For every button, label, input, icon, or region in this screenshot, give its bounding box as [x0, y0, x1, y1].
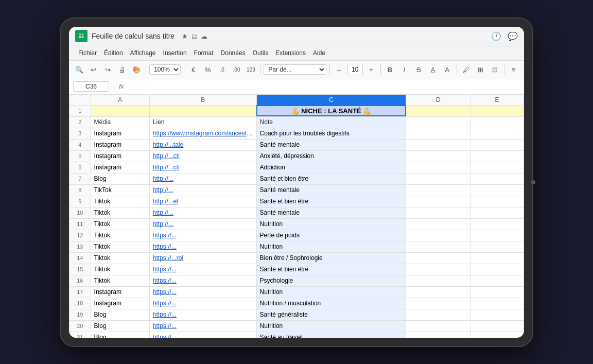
cell-b10[interactable]: http://... [149, 207, 256, 218]
cell-d11[interactable] [406, 218, 470, 230]
cell-d17[interactable] [406, 286, 470, 298]
cell-a4[interactable]: Instagram [91, 139, 149, 150]
cell-b19[interactable]: https://... [149, 309, 256, 320]
comment-icon[interactable]: 💬 [508, 31, 518, 41]
percent-btn[interactable]: % [202, 63, 214, 76]
col-header-c[interactable]: C [256, 94, 406, 105]
cell-c20[interactable]: Nutrition [256, 320, 406, 332]
borders-btn[interactable]: ⊞ [475, 63, 487, 76]
align-btn[interactable]: ≡ [508, 63, 520, 76]
cell-b13[interactable]: https://... [149, 241, 256, 252]
cell-b7[interactable]: http://... [149, 173, 256, 184]
cell-d8[interactable] [406, 184, 470, 196]
decimal-dec-btn[interactable]: .0 [216, 63, 229, 76]
cell-b14[interactable]: https://...rol [149, 252, 256, 264]
cell-b6[interactable]: http://...cti [149, 162, 256, 173]
col-header-a[interactable]: A [91, 94, 149, 105]
format-num-btn[interactable]: 123 [245, 63, 257, 76]
cell-a19[interactable]: Blog [91, 309, 149, 320]
menu-extensions[interactable]: Extensions [272, 48, 309, 58]
cell-a5[interactable]: Instagram [91, 150, 149, 162]
cloud-icon[interactable]: ☁ [201, 32, 207, 40]
cell-a17[interactable]: Instagram [91, 286, 149, 298]
menu-format[interactable]: Format [191, 48, 217, 58]
cell-e14[interactable] [470, 252, 524, 264]
formula-input[interactable] [128, 83, 520, 90]
cell-c7[interactable]: Santé et bien être [256, 173, 406, 184]
cell-c13[interactable]: Nutrition [256, 241, 406, 252]
cell-a11[interactable]: Tiktok [91, 218, 149, 230]
cell-a16[interactable]: Tiktok [91, 275, 149, 286]
cell-b4[interactable]: http://...tale [149, 139, 256, 150]
cell-b1[interactable] [149, 105, 256, 116]
cell-d7[interactable] [406, 173, 470, 184]
cell-a3[interactable]: Instagram [91, 128, 149, 139]
cell-a13[interactable]: Tiktok [91, 241, 149, 252]
cell-d5[interactable] [406, 150, 470, 162]
cell-d16[interactable] [406, 275, 470, 286]
merge-btn[interactable]: ⊡ [489, 63, 501, 76]
cell-b21[interactable]: https://... [149, 332, 256, 338]
cell-a15[interactable]: Tiktok [91, 264, 149, 275]
cell-e18[interactable] [470, 298, 524, 309]
cell-d20[interactable] [406, 320, 470, 332]
cell-b8[interactable]: http://... [149, 184, 256, 196]
cell-d14[interactable] [406, 252, 470, 264]
menu-affichage[interactable]: Affichage [127, 48, 159, 58]
font-family-select[interactable]: Par dé... Arial Times New Roman [264, 64, 326, 75]
cell-c6[interactable]: Addiction [256, 162, 406, 173]
cell-e6[interactable] [470, 162, 524, 173]
cell-b17[interactable]: https://... [149, 286, 256, 298]
zoom-select[interactable]: 100% 75% 50% 125% [149, 64, 181, 75]
cell-a6[interactable]: Instagram [91, 162, 149, 173]
cell-a7[interactable]: Blog [91, 173, 149, 184]
cell-b12[interactable]: https://... [149, 230, 256, 241]
decimal-inc-btn[interactable]: .00 [231, 63, 243, 76]
cell-a12[interactable]: Tiktok [91, 230, 149, 241]
cell-e13[interactable] [470, 241, 524, 252]
cell-d2[interactable] [406, 116, 470, 128]
cell-b16[interactable]: https://... [149, 275, 256, 286]
cell-e5[interactable] [470, 150, 524, 162]
cell-d12[interactable] [406, 230, 470, 241]
bold-btn[interactable]: B [384, 63, 396, 76]
cell-b18[interactable]: https://... [149, 298, 256, 309]
menu-aide[interactable]: Aide [310, 48, 328, 58]
cell-a21[interactable]: Blog [91, 332, 149, 338]
cell-e4[interactable] [470, 139, 524, 150]
cell-a2[interactable]: Média [91, 116, 149, 128]
cell-b9[interactable]: http://...el [149, 196, 256, 207]
spreadsheet-container[interactable]: A B C D E 1💪 NICHE : LA SANTÉ 💪2MédiaLie… [69, 94, 524, 338]
cell-c12[interactable]: Perte de poids [256, 230, 406, 241]
italic-btn[interactable]: I [398, 63, 410, 76]
cell-b20[interactable]: https://... [149, 320, 256, 332]
font-size-minus-btn[interactable]: – [333, 63, 345, 76]
cell-c17[interactable]: Nutrition [256, 286, 406, 298]
col-header-e[interactable]: E [470, 94, 524, 105]
col-header-d[interactable]: D [406, 94, 470, 105]
cell-e21[interactable] [470, 332, 524, 338]
cell-c2[interactable]: Note [256, 116, 406, 128]
cell-a1[interactable] [91, 105, 149, 116]
col-header-b[interactable]: B [149, 94, 256, 105]
cell-reference-input[interactable] [73, 81, 109, 92]
menu-donnees[interactable]: Données [218, 48, 249, 58]
cell-c15[interactable]: Santé et bien être [256, 264, 406, 275]
cell-e17[interactable] [470, 286, 524, 298]
cell-d15[interactable] [406, 264, 470, 275]
menu-insertion[interactable]: Insertion [160, 48, 190, 58]
strikethrough-btn[interactable]: S [412, 63, 425, 76]
cell-c21[interactable]: Santé au travail [256, 332, 406, 338]
cell-c9[interactable]: Santé et bien être [256, 196, 406, 207]
cell-b15[interactable]: https://... [149, 264, 256, 275]
cell-e8[interactable] [470, 184, 524, 196]
cell-d21[interactable] [406, 332, 470, 338]
fill-color-btn[interactable]: 🖊 [460, 63, 473, 76]
cell-c19[interactable]: Santé généraliste [256, 309, 406, 320]
cell-a9[interactable]: Tiktok [91, 196, 149, 207]
cell-e7[interactable] [470, 173, 524, 184]
menu-edition[interactable]: Édition [101, 48, 126, 58]
cell-d19[interactable] [406, 309, 470, 320]
text-color-btn[interactable]: A [441, 63, 454, 76]
cell-c1[interactable]: 💪 NICHE : LA SANTÉ 💪 [256, 105, 406, 116]
